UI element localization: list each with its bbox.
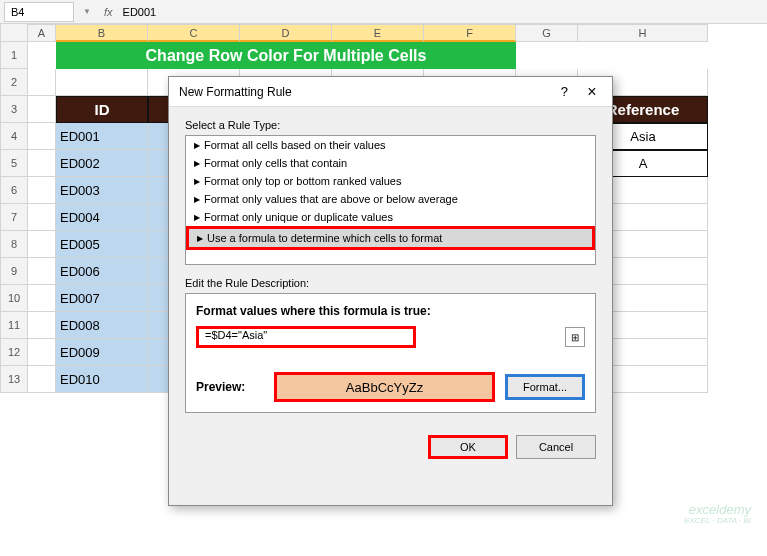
edit-description-label: Edit the Rule Description: (185, 277, 596, 289)
cell[interactable] (56, 69, 148, 96)
col-header[interactable]: B (56, 24, 148, 42)
row-header[interactable]: 6 (0, 177, 28, 204)
cell[interactable] (28, 285, 56, 312)
cell[interactable] (28, 258, 56, 285)
row-header[interactable]: 7 (0, 204, 28, 231)
triangle-icon: ▶ (194, 159, 200, 168)
rule-type-item[interactable]: ▶Format only values that are above or be… (186, 190, 595, 208)
row-header[interactable]: 2 (0, 69, 28, 96)
cell[interactable] (28, 204, 56, 231)
cell[interactable]: ED006 (56, 258, 148, 285)
ok-button[interactable]: OK (428, 435, 508, 459)
cell[interactable] (516, 42, 578, 69)
col-header[interactable]: E (332, 24, 424, 42)
cell[interactable] (28, 366, 56, 393)
cell[interactable] (28, 177, 56, 204)
triangle-icon: ▶ (194, 177, 200, 186)
watermark: exceldemy EXCEL · DATA · BI (684, 503, 751, 526)
cell[interactable]: ED010 (56, 366, 148, 393)
select-all-corner[interactable] (0, 24, 28, 42)
cell[interactable]: ED005 (56, 231, 148, 258)
cell[interactable] (28, 312, 56, 339)
col-header[interactable]: A (28, 24, 56, 42)
cell[interactable]: ED008 (56, 312, 148, 339)
cell[interactable]: ED007 (56, 285, 148, 312)
rule-type-item-formula[interactable]: ▶Use a formula to determine which cells … (186, 226, 595, 250)
rule-type-item[interactable]: ▶Format all cells based on their values (186, 136, 595, 154)
cell[interactable] (28, 150, 56, 177)
preview-label: Preview: (196, 380, 264, 394)
format-preview: AaBbCcYyZz (274, 372, 495, 402)
row-header[interactable]: 8 (0, 231, 28, 258)
cell[interactable]: ED002 (56, 150, 148, 177)
col-header[interactable]: F (424, 24, 516, 42)
cell[interactable] (28, 339, 56, 366)
new-formatting-rule-dialog: New Formatting Rule ? × Select a Rule Ty… (168, 76, 613, 506)
rule-type-list: ▶Format all cells based on their values … (185, 135, 596, 265)
format-button[interactable]: Format... (505, 374, 585, 400)
col-header[interactable]: G (516, 24, 578, 42)
row-headers: 1 2 3 4 5 6 7 8 9 10 11 12 13 (0, 24, 28, 393)
table-row: Change Row Color For Multiple Cells (28, 42, 767, 69)
triangle-icon: ▶ (194, 141, 200, 150)
name-box[interactable]: B4 (4, 2, 74, 22)
id-header[interactable]: ID (56, 96, 148, 123)
triangle-icon: ▶ (194, 213, 200, 222)
col-header[interactable]: C (148, 24, 240, 42)
fx-icon[interactable]: fx (104, 6, 113, 18)
formula-value[interactable]: ED001 (123, 6, 157, 18)
col-header[interactable]: H (578, 24, 708, 42)
rule-type-item[interactable]: ▶Format only unique or duplicate values (186, 208, 595, 226)
cell[interactable] (578, 42, 708, 69)
range-selector-icon[interactable]: ⊞ (565, 327, 585, 347)
dialog-titlebar[interactable]: New Formatting Rule ? × (169, 77, 612, 107)
cell[interactable]: ED009 (56, 339, 148, 366)
name-box-dropdown-icon[interactable]: ▼ (80, 7, 94, 16)
cell[interactable]: ED003 (56, 177, 148, 204)
row-header[interactable]: 4 (0, 123, 28, 150)
row-header[interactable]: 3 (0, 96, 28, 123)
formula-label: Format values where this formula is true… (196, 304, 585, 318)
rule-type-item[interactable]: ▶Format only top or bottom ranked values (186, 172, 595, 190)
dialog-footer: OK Cancel (169, 425, 612, 469)
sheet-title[interactable]: Change Row Color For Multiple Cells (56, 42, 516, 69)
cell[interactable]: ED001 (56, 123, 148, 150)
row-header[interactable]: 10 (0, 285, 28, 312)
formula-input[interactable]: =$D4="Asia" (196, 326, 416, 348)
cell[interactable] (28, 42, 56, 69)
dialog-title: New Formatting Rule (179, 85, 561, 99)
close-icon[interactable]: × (582, 83, 602, 101)
cancel-button[interactable]: Cancel (516, 435, 596, 459)
row-header[interactable]: 12 (0, 339, 28, 366)
select-rule-type-label: Select a Rule Type: (185, 119, 596, 131)
row-header[interactable]: 9 (0, 258, 28, 285)
cell[interactable] (28, 123, 56, 150)
triangle-icon: ▶ (194, 195, 200, 204)
row-header[interactable]: 5 (0, 150, 28, 177)
triangle-icon: ▶ (197, 234, 203, 243)
row-header[interactable]: 11 (0, 312, 28, 339)
column-headers: A B C D E F G H (28, 24, 767, 42)
cell[interactable] (28, 69, 56, 96)
cell[interactable]: ED004 (56, 204, 148, 231)
help-icon[interactable]: ? (561, 84, 568, 99)
rule-type-item[interactable]: ▶Format only cells that contain (186, 154, 595, 172)
formula-bar: B4 ▼ fx ED001 (0, 0, 767, 24)
col-header[interactable]: D (240, 24, 332, 42)
row-header[interactable]: 1 (0, 42, 28, 69)
row-header[interactable]: 13 (0, 366, 28, 393)
cell[interactable] (28, 96, 56, 123)
cell[interactable] (28, 231, 56, 258)
rule-description-box: Format values where this formula is true… (185, 293, 596, 413)
